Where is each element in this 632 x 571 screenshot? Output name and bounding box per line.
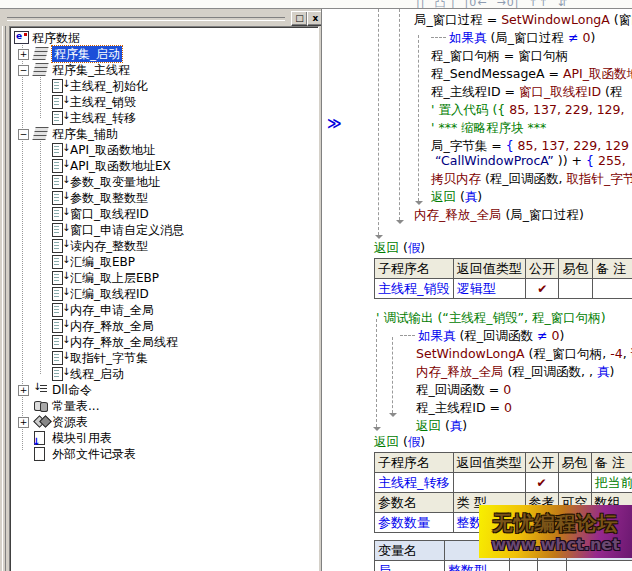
table-cell[interactable]: 子程序名 xyxy=(375,259,454,279)
table-cell[interactable]: 公开 xyxy=(525,453,558,473)
code-line[interactable]: 返回 (假) xyxy=(374,240,425,256)
expand-toggle[interactable]: − xyxy=(18,129,29,140)
panel-title-bar[interactable]: □ x xyxy=(0,9,321,26)
code-line[interactable]: ' 置入代码 ({ 85, 137, 229, 129, xyxy=(431,102,624,118)
table-cell[interactable]: 易包 xyxy=(559,259,592,279)
table-cell[interactable]: ✔ xyxy=(526,279,559,299)
expand-toggle[interactable]: − xyxy=(18,65,29,76)
table-cell[interactable]: 子程序名 xyxy=(375,453,454,473)
code-line[interactable]: 返回 (真) xyxy=(416,418,467,434)
panel-gripper[interactable] xyxy=(7,17,285,21)
code-line[interactable]: ' *** 缩略程序块 *** xyxy=(431,120,546,136)
tree-item[interactable]: 主线程_销毁 xyxy=(12,94,316,110)
tree-item-label[interactable]: 程序数据 xyxy=(32,30,80,46)
tree-item-label[interactable]: 取指针_字节集 xyxy=(70,350,148,366)
table-cell[interactable] xyxy=(567,561,632,571)
tree-item[interactable]: − 程序集_主线程 xyxy=(12,62,316,78)
tree-item-label[interactable]: 参数_取变量地址 xyxy=(70,174,160,190)
table-cell[interactable]: 返回值类型 xyxy=(453,453,525,473)
tree-item[interactable]: 程序数据 xyxy=(12,30,316,46)
table-cell[interactable]: 备 注 xyxy=(591,453,632,473)
code-line[interactable]: ' 调试输出 (“主线程_销毁”, 程_窗口句柄) xyxy=(376,310,606,326)
code-line[interactable]: 返回 (真) xyxy=(431,189,482,205)
tree-item-label[interactable]: Dll命令 xyxy=(52,382,92,398)
table-cell[interactable]: 参数名 xyxy=(375,493,454,513)
code-line[interactable]: 局_字节集 = { 85, 137, 229, 129 xyxy=(431,138,629,154)
expand-toggle[interactable]: + xyxy=(18,49,29,60)
table-row[interactable]: 主线程_转移✔把当前 xyxy=(375,473,632,493)
tree-item-label[interactable]: 主线程_销毁 xyxy=(70,94,136,110)
tree-item-label[interactable]: 主线程_初始化 xyxy=(70,78,148,94)
code-line[interactable]: 内存_释放_全局 (局_窗口过程) xyxy=(414,207,584,223)
code-line[interactable]: 局_窗口过程 = SetWindowLongA (窗口句柄, xyxy=(414,12,632,28)
table-row[interactable]: 主线程_销毁逻辑型✔ xyxy=(375,279,632,299)
tree-item-label[interactable]: 程序集_辅助 xyxy=(52,126,118,142)
table-cell[interactable]: 整数型 xyxy=(445,561,510,571)
tree-item-label[interactable]: 参数_取整数型 xyxy=(70,190,148,206)
tree-item-label[interactable]: 内存_释放_全局 xyxy=(70,318,154,334)
code-line[interactable]: 如果真 (程_回调函数 ≠ 0) xyxy=(400,328,564,344)
code-editor-panel[interactable]: ≫ 无忧编程论坛 www.whct.net 局_窗口过程 = SetWindow… xyxy=(321,9,632,571)
tree-item[interactable]: + 程序集_启动 xyxy=(12,46,316,62)
tree-item-label[interactable]: 外部文件记录表 xyxy=(52,446,136,462)
tree-item-label[interactable]: 程序集_启动 xyxy=(52,46,122,62)
table-cell[interactable]: 返回值类型 xyxy=(453,259,525,279)
table-cell[interactable]: 主线程_转移 xyxy=(375,473,454,493)
table-cell[interactable]: 易包 xyxy=(558,453,591,473)
tree-item[interactable]: 内存_申请_全局 xyxy=(12,302,316,318)
tree-item[interactable]: 外部文件记录表 xyxy=(12,446,316,462)
table-cell[interactable]: 变量名 xyxy=(375,541,445,561)
tree-item[interactable]: API_取函数地址EX xyxy=(12,158,316,174)
code-line[interactable]: 程_SendMessageA = API_取函数地址 ( xyxy=(431,66,632,82)
table-cell[interactable] xyxy=(453,473,525,493)
tree-item-label[interactable]: API_取函数地址 xyxy=(70,142,155,158)
table-cell[interactable] xyxy=(592,279,632,299)
tree-item-label[interactable]: 资源表 xyxy=(52,414,88,430)
code-line[interactable]: 拷贝内存 (程_回调函数, 取指针_字节 xyxy=(431,171,632,187)
table-cell[interactable]: 局 xyxy=(375,561,445,571)
tree-item[interactable]: 主线程_转移 xyxy=(12,110,316,126)
tree-item[interactable]: 汇编_取EBP xyxy=(12,254,316,270)
table-cell[interactable]: 备 注 xyxy=(592,259,632,279)
code-line[interactable]: 返回 (假) xyxy=(374,434,425,450)
tree-item-label[interactable]: 汇编_取EBP xyxy=(70,254,135,270)
expand-toggle[interactable]: + xyxy=(18,417,29,428)
table-cell[interactable] xyxy=(558,473,591,493)
tree-item-label[interactable]: 汇编_取上层EBP xyxy=(70,270,159,286)
tree-item[interactable]: 参数_取整数型 xyxy=(12,190,316,206)
table-cell[interactable]: ✔ xyxy=(525,473,558,493)
tree-item[interactable]: 窗口_取线程ID xyxy=(12,206,316,222)
tree-item[interactable]: API_取函数地址 xyxy=(12,142,316,158)
code-line[interactable]: 如果真 (局_窗口过程 ≠ 0) xyxy=(431,30,595,46)
expand-toggle[interactable]: + xyxy=(18,385,29,396)
collapsed-block-marker[interactable]: ≫ xyxy=(327,115,342,131)
tree-item-label[interactable]: API_取函数地址EX xyxy=(70,158,171,174)
tree-item-label[interactable]: 主线程_转移 xyxy=(70,110,136,126)
tree-item[interactable]: 读内存_整数型 xyxy=(12,238,316,254)
tree-item-label[interactable]: 常量表... xyxy=(52,398,99,414)
tree-item-label[interactable]: 模块引用表 xyxy=(52,430,112,446)
code-line[interactable]: “CallWindowProcA” )) + { 255, xyxy=(435,153,626,169)
table-cell[interactable] xyxy=(510,561,538,571)
tree-item[interactable]: 取指针_字节集 xyxy=(12,350,316,366)
code-line[interactable]: 内存_释放_全局 (程_回调函数, , 真) xyxy=(416,364,614,380)
tree-item-label[interactable]: 内存_申请_全局 xyxy=(70,302,154,318)
table-cell[interactable]: 公开 xyxy=(526,259,559,279)
tree-item-label[interactable]: 线程_启动 xyxy=(70,366,124,382)
tree-item[interactable]: − 程序集_辅助 xyxy=(12,126,316,142)
table-cell[interactable] xyxy=(559,279,592,299)
table-header-row[interactable]: 子程序名返回值类型公开易包备 注 xyxy=(375,259,632,279)
tree-item[interactable]: 窗口_申请自定义消息 xyxy=(12,222,316,238)
code-line[interactable]: SetWindowLongA (程_窗口句柄, -4, 读内存_整数 xyxy=(416,346,632,362)
tree-item-label[interactable]: 窗口_取线程ID xyxy=(70,206,149,222)
code-line[interactable]: 程_主线程ID = 0 xyxy=(416,400,512,416)
table-cell[interactable]: 把当前 xyxy=(591,473,632,493)
tree-item[interactable]: 参数_取变量地址 xyxy=(12,174,316,190)
tree-item[interactable]: 汇编_取线程ID xyxy=(12,286,316,302)
tree-item-label[interactable]: 汇编_取线程ID xyxy=(70,286,149,302)
code-line[interactable]: 程_回调函数 = 0 xyxy=(416,382,511,398)
tree-item[interactable]: 内存_释放_全局 xyxy=(12,318,316,334)
tree-item-label[interactable]: 内存_释放_全局线程 xyxy=(70,334,178,350)
tree-item[interactable]: 内存_释放_全局线程 xyxy=(12,334,316,350)
tree-item[interactable]: 常量表... xyxy=(12,398,316,414)
